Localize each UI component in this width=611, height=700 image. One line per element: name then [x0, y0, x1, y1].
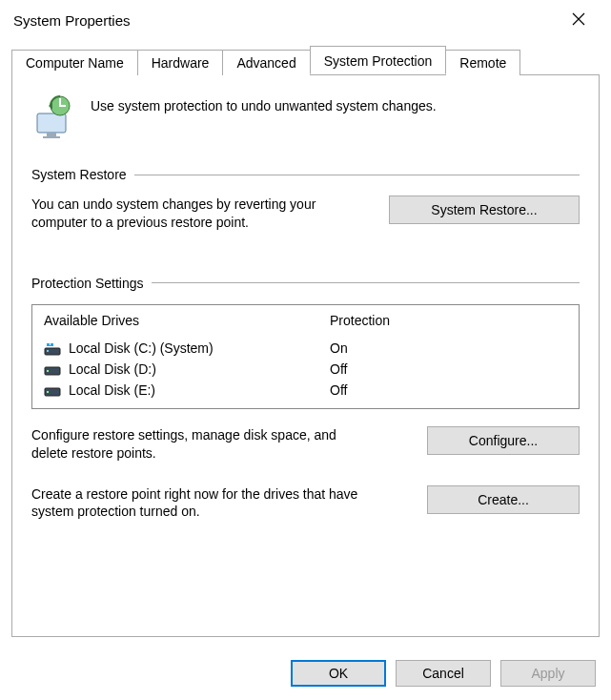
apply-button[interactable]: Apply	[500, 660, 596, 687]
drives-table[interactable]: Available Drives Protection Local Disk (…	[31, 304, 580, 409]
svg-rect-1	[47, 133, 56, 136]
disk-icon	[44, 384, 61, 396]
system-restore-heading: System Restore	[31, 167, 127, 182]
titlebar: System Properties	[0, 0, 611, 38]
table-row[interactable]: Local Disk (C:) (System)On	[32, 338, 579, 359]
system-properties-window: System Properties Computer Name Hardware…	[0, 0, 611, 700]
tab-panel-system-protection: Use system protection to undo unwanted s…	[11, 74, 600, 637]
system-protection-icon	[31, 93, 77, 138]
table-row[interactable]: Local Disk (E:)Off	[32, 380, 579, 401]
window-title: System Properties	[13, 12, 131, 29]
tab-advanced[interactable]: Advanced	[222, 50, 310, 75]
configure-button[interactable]: Configure...	[427, 426, 580, 455]
svg-rect-9	[47, 345, 53, 346]
svg-rect-0	[37, 113, 66, 133]
divider	[152, 282, 580, 283]
tab-computer-name[interactable]: Computer Name	[11, 50, 138, 75]
configure-description: Configure restore settings, manage disk …	[31, 426, 365, 463]
disk-icon	[44, 342, 61, 354]
system-restore-button[interactable]: System Restore...	[389, 196, 580, 224]
disk-icon	[44, 363, 61, 375]
dialog-button-row: OK Cancel Apply	[291, 660, 596, 687]
column-header-drives: Available Drives	[44, 313, 330, 328]
intro-text: Use system protection to undo unwanted s…	[91, 93, 437, 113]
drive-name: Local Disk (E:)	[69, 382, 155, 398]
tab-hardware[interactable]: Hardware	[137, 50, 224, 75]
drive-protection: Off	[330, 361, 567, 377]
create-description: Create a restore point right now for the…	[31, 485, 394, 522]
drive-protection: Off	[330, 382, 567, 398]
svg-rect-13	[47, 391, 49, 393]
drive-name: Local Disk (C:) (System)	[69, 340, 214, 356]
system-restore-description: You can undo system changes by reverting…	[31, 196, 365, 232]
table-row[interactable]: Local Disk (D:)Off	[32, 359, 579, 380]
tab-system-protection[interactable]: System Protection	[310, 46, 447, 74]
column-header-protection: Protection	[330, 313, 567, 328]
drive-protection: On	[330, 340, 567, 356]
protection-settings-heading: Protection Settings	[31, 276, 144, 291]
drives-table-header: Available Drives Protection	[32, 305, 579, 338]
ok-button[interactable]: OK	[291, 660, 386, 687]
tab-remote[interactable]: Remote	[445, 50, 520, 75]
create-button[interactable]: Create...	[427, 485, 580, 514]
divider	[134, 175, 580, 175]
close-button[interactable]	[560, 10, 598, 31]
drive-name: Local Disk (D:)	[69, 361, 156, 377]
svg-rect-2	[43, 136, 60, 138]
cancel-button[interactable]: Cancel	[396, 660, 491, 687]
svg-rect-6	[47, 350, 49, 352]
svg-rect-11	[47, 370, 49, 372]
tab-strip: Computer Name Hardware Advanced System P…	[11, 46, 600, 74]
close-icon	[572, 12, 585, 26]
